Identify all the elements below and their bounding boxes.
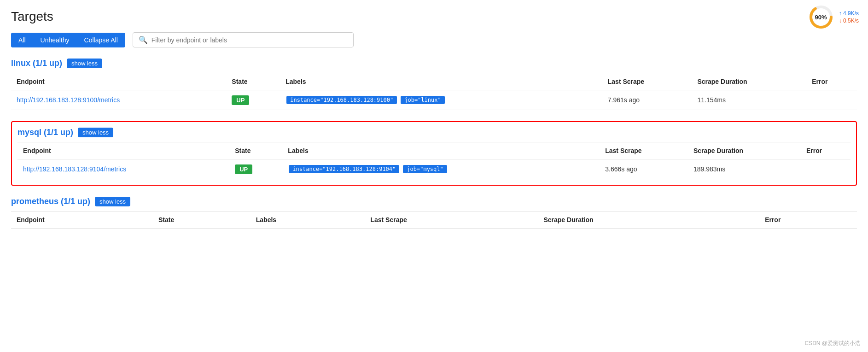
error-cell: [801, 159, 851, 179]
labels-cell: instance="192.168.183.128:9100"job="linu…: [280, 90, 602, 110]
target-group-title-linux: linux (1/1 up): [11, 59, 62, 68]
target-group-title-mysql: mysql (1/1 up): [17, 128, 73, 137]
target-group-title-prometheus: prometheus (1/1 up): [11, 197, 90, 206]
endpoint-cell: http://192.168.183.128:9104/metrics: [17, 159, 229, 179]
col-header-state: State: [229, 142, 282, 159]
show-less-button-linux[interactable]: show less: [67, 59, 102, 68]
col-header-state: State: [226, 73, 280, 90]
label-badge: instance="192.168.183.128:9104": [289, 165, 399, 173]
endpoint-link[interactable]: http://192.168.183.128:9104/metrics: [23, 165, 126, 173]
network-stats: ↑ 4.9K/s ↓ 0.5K/s: [839, 10, 859, 24]
top-right-widget: 90% ↑ 4.9K/s ↓ 0.5K/s: [809, 5, 859, 29]
error-cell: [806, 90, 857, 110]
endpoint-cell: http://192.168.183.128:9100/metrics: [11, 90, 226, 110]
search-box: 🔍: [133, 32, 354, 47]
target-group-header-prometheus: prometheus (1/1 up)show less: [11, 197, 857, 206]
page-title: Targets: [11, 9, 857, 24]
state-cell: UP: [226, 90, 280, 110]
state-badge: UP: [235, 164, 252, 174]
scrape-duration-cell: 11.154ms: [692, 90, 806, 110]
groups-container: linux (1/1 up)show lessEndpointStateLabe…: [11, 59, 857, 229]
target-group-linux: linux (1/1 up)show lessEndpointStateLabe…: [11, 59, 857, 110]
col-header-scrape-duration: Scrape Duration: [538, 211, 759, 229]
col-header-scrape-duration: Scrape Duration: [688, 142, 801, 159]
filter-group: All Unhealthy Collapse All: [11, 33, 125, 47]
donut-label: 90%: [815, 14, 827, 21]
label-badge: job="mysql": [403, 165, 447, 173]
col-header-endpoint: Endpoint: [11, 211, 153, 229]
table-row: http://192.168.183.128:9100/metricsUPins…: [11, 90, 857, 110]
target-group-mysql: mysql (1/1 up)show lessEndpointStateLabe…: [11, 121, 857, 186]
target-group-prometheus: prometheus (1/1 up)show lessEndpointStat…: [11, 197, 857, 229]
col-header-labels: Labels: [282, 142, 600, 159]
label-badge: instance="192.168.183.128:9100": [286, 96, 397, 104]
unhealthy-filter-button[interactable]: Unhealthy: [33, 33, 77, 47]
state-badge: UP: [232, 95, 249, 105]
table-row: http://192.168.183.128:9104/metricsUPins…: [17, 159, 851, 179]
target-group-header-mysql: mysql (1/1 up)show less: [17, 128, 851, 137]
col-header-error: Error: [801, 142, 851, 159]
search-icon: 🔍: [139, 35, 148, 44]
target-group-header-linux: linux (1/1 up)show less: [11, 59, 857, 68]
target-table-prometheus: EndpointStateLabelsLast ScrapeScrape Dur…: [11, 211, 857, 229]
all-filter-button[interactable]: All: [11, 33, 33, 47]
target-table-linux: EndpointStateLabelsLast ScrapeScrape Dur…: [11, 73, 857, 110]
labels-cell: instance="192.168.183.128:9104"job="mysq…: [282, 159, 600, 179]
col-header-error: Error: [759, 211, 857, 229]
col-header-labels: Labels: [250, 211, 365, 229]
col-header-endpoint: Endpoint: [17, 142, 229, 159]
collapse-all-button[interactable]: Collapse All: [77, 33, 125, 47]
label-badge: job="linux": [401, 96, 444, 104]
state-cell: UP: [229, 159, 282, 179]
col-header-labels: Labels: [280, 73, 602, 90]
top-bar: All Unhealthy Collapse All 🔍: [11, 32, 857, 47]
target-table-mysql: EndpointStateLabelsLast ScrapeScrape Dur…: [17, 142, 851, 179]
col-header-scrape-duration: Scrape Duration: [692, 73, 806, 90]
col-header-last-scrape: Last Scrape: [602, 73, 692, 90]
show-less-button-prometheus[interactable]: show less: [95, 197, 130, 206]
upload-stat: ↑ 4.9K/s: [839, 10, 859, 17]
download-stat: ↓ 0.5K/s: [839, 18, 859, 24]
col-header-last-scrape: Last Scrape: [365, 211, 538, 229]
show-less-button-mysql[interactable]: show less: [78, 128, 113, 137]
donut-chart: 90%: [809, 5, 833, 29]
search-input[interactable]: [151, 36, 348, 44]
col-header-state: State: [153, 211, 250, 229]
scrape-duration-cell: 189.983ms: [688, 159, 801, 179]
endpoint-link[interactable]: http://192.168.183.128:9100/metrics: [17, 96, 120, 104]
page-container: 90% ↑ 4.9K/s ↓ 0.5K/s Targets All Unheal…: [0, 0, 868, 249]
last-scrape-cell: 7.961s ago: [602, 90, 692, 110]
col-header-error: Error: [806, 73, 857, 90]
col-header-endpoint: Endpoint: [11, 73, 226, 90]
col-header-last-scrape: Last Scrape: [600, 142, 688, 159]
last-scrape-cell: 3.666s ago: [600, 159, 688, 179]
